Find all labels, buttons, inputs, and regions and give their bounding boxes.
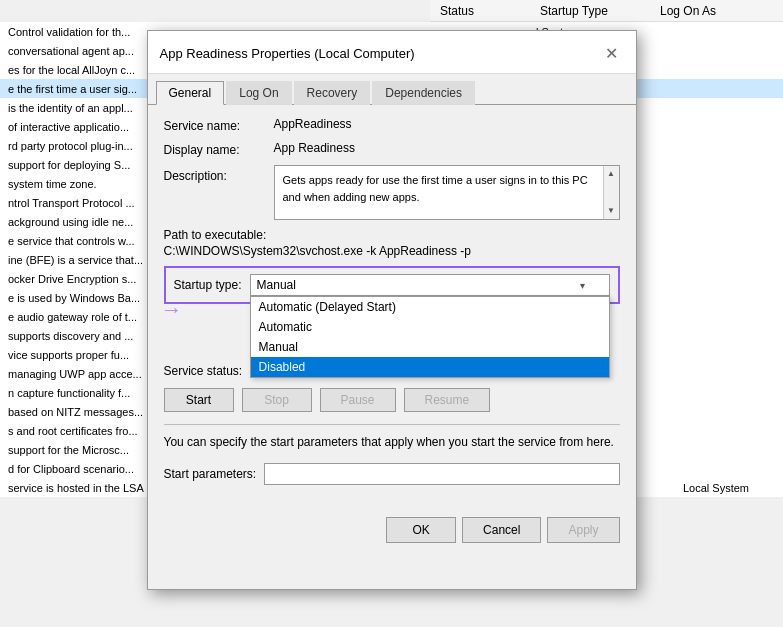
info-text: You can specify the start parameters tha… [164, 433, 620, 451]
dialog-body: Service name: AppReadiness Display name:… [148, 105, 636, 509]
startup-dropdown-wrapper: Manual ▾ Automatic (Delayed Start) Autom… [250, 274, 610, 296]
dialog-titlebar: App Readiness Properties (Local Computer… [148, 31, 636, 74]
startup-option-disabled[interactable]: Disabled [251, 357, 609, 377]
tab-recovery[interactable]: Recovery [294, 81, 371, 105]
startup-option-manual[interactable]: Manual [251, 337, 609, 357]
dialog-footer: OK Cancel Apply [148, 509, 636, 555]
scroll-down-icon[interactable]: ▼ [605, 203, 617, 219]
service-name-row: Service name: AppReadiness [164, 117, 620, 133]
path-section: Path to executable: C:\WINDOWS\System32\… [164, 228, 620, 258]
startup-label: Startup type: [174, 274, 242, 292]
dropdown-chevron-icon: ▾ [580, 280, 585, 291]
display-name-label: Display name: [164, 141, 274, 157]
arrow-decoration-icon: → [161, 297, 183, 323]
description-row: Description: Gets apps ready for use the… [164, 165, 620, 220]
startup-option-auto-delayed[interactable]: Automatic (Delayed Start) [251, 297, 609, 317]
start-params-input[interactable] [264, 463, 619, 485]
stop-button[interactable]: Stop [242, 388, 312, 412]
resume-button[interactable]: Resume [404, 388, 491, 412]
service-name-value: AppReadiness [274, 117, 352, 131]
service-name-label: Service name: [164, 117, 274, 133]
tab-logon[interactable]: Log On [226, 81, 291, 105]
startup-section: Startup type: Manual ▾ Automatic (Delaye… [164, 266, 620, 304]
action-buttons-group: Start Stop Pause Resume [164, 388, 620, 412]
startup-selected-label: Manual [257, 278, 296, 292]
pause-button[interactable]: Pause [320, 388, 396, 412]
scroll-up-icon[interactable]: ▲ [605, 166, 617, 182]
cancel-button[interactable]: Cancel [462, 517, 541, 543]
path-value: C:\WINDOWS\System32\svchost.exe -k AppRe… [164, 244, 620, 258]
ok-button[interactable]: OK [386, 517, 456, 543]
properties-dialog: App Readiness Properties (Local Computer… [147, 30, 637, 590]
dialog-title: App Readiness Properties (Local Computer… [160, 46, 415, 61]
description-text: Gets apps ready for use the first time a… [283, 174, 588, 203]
startup-dropdown[interactable]: Manual ▾ [250, 274, 610, 296]
tab-general[interactable]: General [156, 81, 225, 105]
divider [164, 424, 620, 425]
display-name-row: Display name: App Readiness [164, 141, 620, 157]
path-label: Path to executable: [164, 228, 620, 242]
description-box: Gets apps ready for use the first time a… [274, 165, 620, 220]
description-label: Description: [164, 165, 274, 183]
startup-option-auto[interactable]: Automatic [251, 317, 609, 337]
startup-dropdown-list: Automatic (Delayed Start) Automatic Manu… [250, 296, 610, 378]
dialog-tabs: General Log On Recovery Dependencies [148, 74, 636, 105]
apply-button[interactable]: Apply [547, 517, 619, 543]
start-button[interactable]: Start [164, 388, 234, 412]
tab-dependencies[interactable]: Dependencies [372, 81, 475, 105]
dialog-overlay: App Readiness Properties (Local Computer… [0, 0, 783, 627]
start-params-label: Start parameters: [164, 467, 257, 481]
display-name-value: App Readiness [274, 141, 355, 155]
close-button[interactable]: ✕ [600, 41, 624, 65]
description-scrollbar[interactable]: ▲ ▼ [603, 166, 619, 219]
start-params-row: Start parameters: [164, 463, 620, 485]
